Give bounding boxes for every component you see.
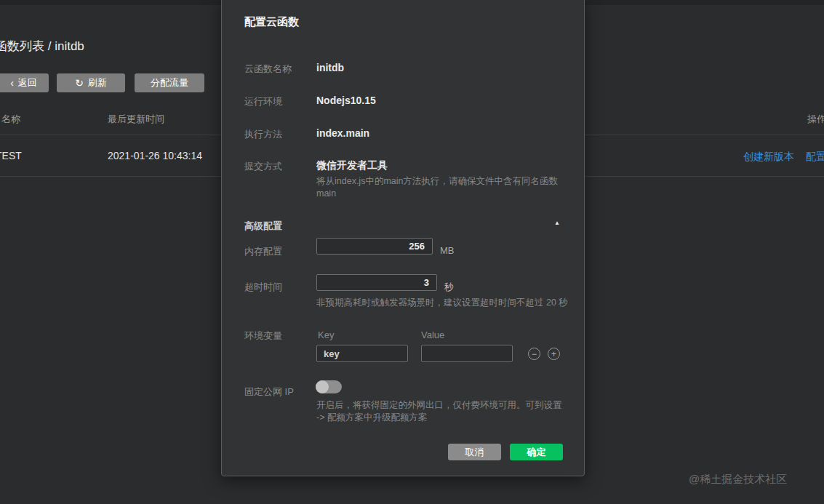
table-header-actions: 操作 bbox=[807, 113, 824, 126]
memory-unit: MB bbox=[440, 245, 455, 256]
cancel-button[interactable]: 取消 bbox=[448, 444, 501, 460]
collapse-button[interactable]: ▲ bbox=[551, 216, 564, 229]
allocate-traffic-button[interactable]: 分配流量 bbox=[135, 73, 204, 92]
chevron-left-icon: ‹ bbox=[10, 78, 14, 88]
timeout-input[interactable] bbox=[316, 274, 437, 291]
env-vars-label: 环境变量 bbox=[244, 329, 282, 343]
back-button[interactable]: ‹ 返回 bbox=[0, 73, 49, 92]
function-name-value: initdb bbox=[316, 62, 344, 73]
function-name-label: 云函数名称 bbox=[244, 63, 292, 76]
toggle-knob bbox=[316, 380, 329, 393]
minus-circle-icon: − bbox=[532, 349, 537, 359]
confirm-button[interactable]: 确定 bbox=[510, 444, 563, 460]
table-header-updated: 最后更新时间 bbox=[108, 113, 164, 126]
submit-method-label: 提交方式 bbox=[244, 160, 282, 173]
timeout-label: 超时时间 bbox=[244, 281, 282, 294]
refresh-button[interactable]: ↻ 刷新 bbox=[57, 73, 125, 92]
submit-method-description: 将从index.js中的main方法执行，请确保文件中含有同名函数main bbox=[316, 175, 564, 200]
env-key-header: Key bbox=[318, 329, 334, 340]
refresh-button-label: 刷新 bbox=[88, 76, 107, 89]
fixed-public-ip-hint: 开启后，将获得固定的外网出口，仅付费环境可用。可到设置 -> 配额方案中升级配额… bbox=[316, 399, 565, 424]
memory-input[interactable] bbox=[316, 238, 433, 255]
runtime-value: Nodejs10.15 bbox=[316, 95, 376, 106]
plus-circle-icon: + bbox=[551, 349, 556, 359]
handler-value: index.main bbox=[316, 127, 369, 139]
watermark: @稀土掘金技术社区 bbox=[689, 473, 787, 487]
table-row-updated: 2021-01-26 10:43:14 bbox=[108, 150, 202, 161]
configure-cloud-function-modal: 配置云函数 云函数名称 initdb 运行环境 Nodejs10.15 执行方法… bbox=[221, 0, 585, 476]
table-row-name: TEST bbox=[0, 150, 22, 161]
advanced-config-label: 高级配置 bbox=[244, 220, 282, 233]
create-new-version-link[interactable]: 创建新版本 bbox=[743, 151, 794, 164]
chevron-up-icon: ▲ bbox=[554, 220, 560, 226]
memory-label: 内存配置 bbox=[244, 245, 282, 258]
refresh-icon: ↻ bbox=[75, 78, 84, 88]
runtime-label: 运行环境 bbox=[244, 95, 282, 108]
add-env-var-button[interactable]: + bbox=[548, 348, 560, 360]
fixed-public-ip-label: 固定公网 IP bbox=[244, 385, 294, 399]
configure-link[interactable]: 配置 bbox=[806, 151, 824, 164]
timeout-unit: 秒 bbox=[444, 281, 454, 294]
remove-env-var-button[interactable]: − bbox=[528, 348, 540, 360]
table-header-name: 名称 bbox=[1, 113, 20, 126]
env-key-input[interactable] bbox=[316, 345, 408, 362]
submit-method-value: 微信开发者工具 bbox=[316, 159, 388, 172]
breadcrumb: 函数列表 / initdb bbox=[0, 38, 84, 55]
fixed-public-ip-toggle[interactable] bbox=[316, 380, 342, 393]
timeout-hint: 非预期高耗时或触发器场景时，建议设置超时时间不超过 20 秒 bbox=[316, 297, 578, 309]
handler-label: 执行方法 bbox=[244, 128, 282, 141]
modal-title: 配置云函数 bbox=[244, 15, 299, 29]
env-value-header: Value bbox=[421, 329, 444, 340]
back-button-label: 返回 bbox=[18, 76, 37, 89]
env-value-input[interactable] bbox=[421, 345, 513, 362]
